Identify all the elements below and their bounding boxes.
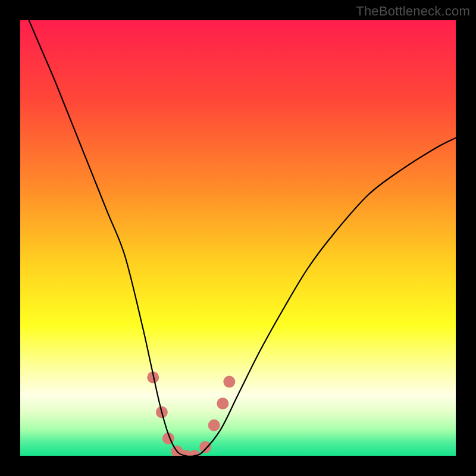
gradient-background	[20, 20, 456, 456]
watermark-text: TheBottleneck.com	[356, 4, 470, 19]
plot-area	[20, 20, 456, 456]
chart-svg	[20, 20, 456, 456]
marker-dot	[208, 419, 220, 431]
marker-dot	[217, 397, 228, 409]
chart-frame: TheBottleneck.com	[0, 0, 476, 476]
marker-dot	[223, 376, 235, 388]
marker-dot	[199, 441, 211, 453]
